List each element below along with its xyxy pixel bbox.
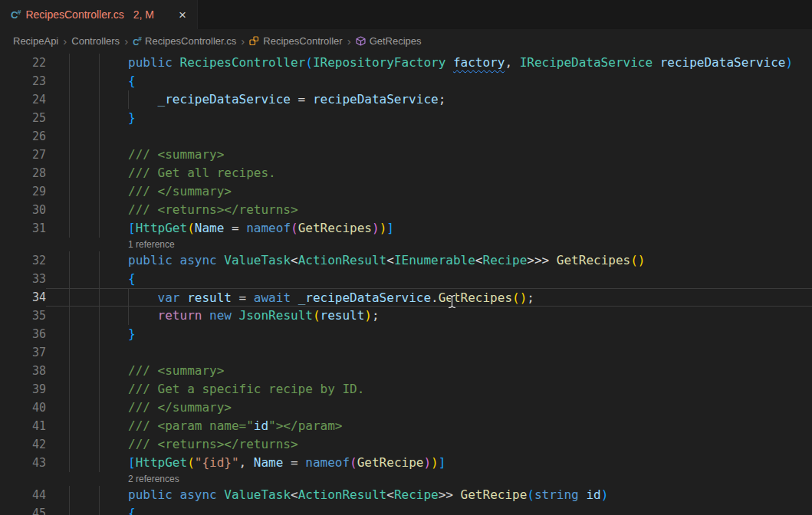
code-line-content[interactable] — [46, 343, 812, 362]
code-line-content[interactable]: public RecipesController(IRepositoryFact… — [46, 54, 812, 72]
close-icon[interactable]: × — [176, 7, 189, 23]
code-token: < — [386, 253, 394, 267]
code-token: { — [128, 271, 136, 286]
code-token: new — [209, 308, 232, 323]
indent-guide — [99, 127, 100, 146]
code-token: [ — [128, 455, 136, 470]
chevron-right-icon: › — [63, 35, 67, 47]
code-line-content[interactable]: return new JsonResult(result); — [46, 307, 812, 325]
code-line-content[interactable]: var result = await _recipeDataService.Ge… — [46, 288, 812, 307]
code-line-content[interactable]: /// <summary> — [46, 362, 812, 380]
indent-guide — [69, 504, 70, 515]
breadcrumb-label: RecipeApi — [13, 35, 58, 47]
code-token: /// <summary> — [128, 147, 224, 162]
code-token: ( — [350, 455, 357, 470]
line-number[interactable]: 28 — [0, 164, 46, 182]
line-number[interactable]: 27 — [0, 146, 46, 164]
indent-guide — [69, 399, 70, 417]
code-token — [291, 290, 298, 305]
line-number[interactable]: 30 — [0, 201, 46, 219]
line-number[interactable]: 36 — [0, 325, 46, 343]
code-token: < — [475, 253, 483, 267]
code-line-content[interactable] — [46, 127, 812, 146]
code-line-content[interactable]: /// <summary> — [46, 146, 812, 164]
indent-guide — [69, 325, 70, 343]
indent-guide — [69, 127, 70, 146]
code-token: /// Get all recipes. — [128, 166, 276, 180]
line-number[interactable]: 32 — [0, 251, 46, 270]
code-token: } — [128, 326, 136, 341]
line-number[interactable]: 39 — [0, 380, 46, 399]
code-line-content[interactable]: /// </summary> — [46, 399, 812, 417]
line-number[interactable]: 31 — [0, 219, 46, 238]
codelens-references[interactable]: 2 references — [0, 472, 812, 486]
line-number[interactable]: 45 — [0, 504, 46, 515]
code-line-content[interactable]: public async ValueTask<ActionResult<IEnu… — [46, 251, 812, 270]
line-number[interactable]: 33 — [0, 270, 46, 288]
line-number[interactable]: 43 — [0, 454, 46, 472]
code-line-content[interactable]: /// </summary> — [46, 182, 812, 201]
indent-guide — [99, 54, 100, 72]
line-number[interactable]: 25 — [0, 109, 46, 127]
line-number[interactable]: 42 — [0, 435, 46, 454]
line-number[interactable]: 34 — [0, 288, 46, 307]
code-line-content[interactable]: { — [46, 504, 812, 515]
breadcrumb-item-controllers[interactable]: Controllers — [71, 35, 120, 47]
code-line-content[interactable]: /// <returns></returns> — [46, 201, 812, 219]
code-line-content[interactable]: /// Get a specific recipe by ID. — [46, 380, 812, 399]
code-token — [453, 487, 461, 502]
code-token: var — [158, 290, 180, 305]
line-number[interactable]: 38 — [0, 362, 46, 380]
breadcrumb-label: RecipesController.cs — [145, 35, 236, 47]
breadcrumb-item-recipescontroller[interactable]: RecipesController — [249, 35, 342, 47]
breadcrumb-item-recipeapi[interactable]: RecipeApi — [13, 35, 58, 47]
line-number[interactable]: 26 — [0, 127, 46, 146]
tab-recipescontroller[interactable]: C# RecipesController.cs 2, M × — [0, 0, 198, 29]
breadcrumb-item-getrecipes[interactable]: GetRecipes — [356, 35, 422, 47]
indent-guide — [99, 504, 100, 515]
code-line-content[interactable]: [HttpGet(Name = nameof(GetRecipes))] — [46, 219, 812, 238]
code-token: id — [586, 487, 600, 502]
codelens-references[interactable]: 1 reference — [0, 238, 812, 251]
code-line-40: 40 /// </summary> — [0, 399, 812, 417]
code-token: _recipeDataService — [298, 290, 431, 305]
code-line-content[interactable]: } — [46, 109, 812, 127]
code-token — [173, 253, 180, 267]
line-number[interactable]: 29 — [0, 182, 46, 201]
indent-guide — [69, 362, 70, 380]
line-number[interactable]: 24 — [0, 90, 46, 109]
code-line-content[interactable]: { — [46, 72, 812, 90]
code-token — [202, 308, 209, 323]
line-number[interactable]: 40 — [0, 399, 46, 417]
code-line-content[interactable]: /// Get all recipes. — [46, 164, 812, 182]
code-token: ( — [187, 455, 195, 470]
breadcrumb-item-recipescontroller-cs[interactable]: C#RecipesController.cs — [133, 35, 236, 47]
line-number[interactable]: 35 — [0, 307, 46, 325]
code-token: async — [180, 253, 217, 267]
code-editor[interactable]: 22 public RecipesController(IRepositoryF… — [0, 52, 812, 515]
line-number[interactable]: 23 — [0, 72, 46, 90]
code-token: nameof — [246, 221, 291, 235]
class-icon — [249, 36, 259, 46]
code-token — [69, 290, 158, 305]
code-token: < — [291, 253, 298, 267]
code-line-content[interactable]: public async ValueTask<ActionResult<Reci… — [46, 486, 812, 504]
code-token: ValueTask — [224, 487, 291, 502]
code-line-content[interactable]: } — [46, 325, 812, 343]
code-line-content[interactable]: { — [46, 270, 812, 288]
code-token: . — [431, 290, 439, 305]
indent-guide — [99, 219, 100, 238]
line-number[interactable]: 37 — [0, 343, 46, 362]
line-number[interactable]: 41 — [0, 417, 46, 435]
code-token: /// </summary> — [128, 184, 232, 198]
code-line-45: 45 { — [0, 504, 812, 515]
line-number[interactable]: 22 — [0, 54, 46, 72]
line-number[interactable]: 44 — [0, 486, 46, 504]
code-line-content[interactable]: [HttpGet("{id}", Name = nameof(GetRecipe… — [46, 454, 812, 472]
code-line-content[interactable]: /// <param name="id"></param> — [46, 417, 812, 435]
code-line-content[interactable]: _recipeDataService = recipeDataService; — [46, 90, 812, 109]
indent-guide — [99, 399, 100, 417]
code-line-content[interactable]: /// <returns></returns> — [46, 435, 812, 454]
code-line-24: 24 _recipeDataService = recipeDataServic… — [0, 90, 812, 109]
code-token: id — [254, 418, 268, 433]
